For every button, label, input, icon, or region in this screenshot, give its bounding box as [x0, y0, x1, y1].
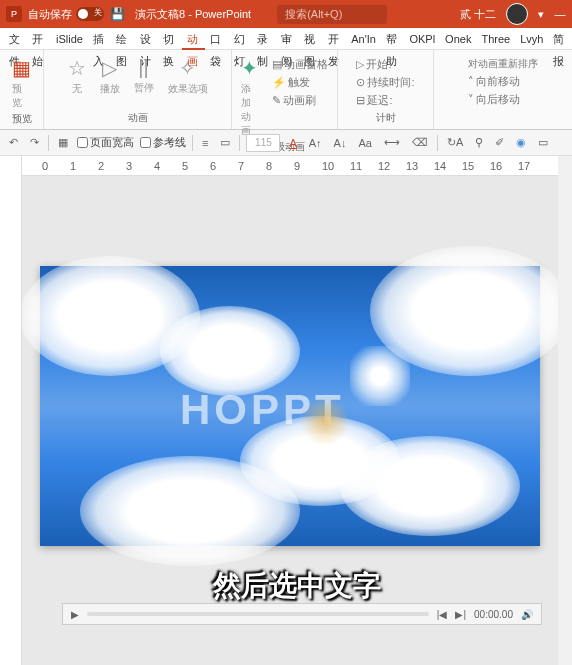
play-button[interactable]: ▶	[71, 609, 79, 620]
clock-icon: ⊙	[356, 76, 365, 89]
tab-审阅[interactable]: 审阅	[276, 28, 299, 50]
trigger-button[interactable]: ⚡触发	[270, 74, 312, 91]
document-name: 演示文稿8 - PowerPoint	[135, 7, 251, 22]
editor-area: 缩略图 01234567891011121314151617 HOPPT ▶ |…	[0, 156, 572, 665]
color-wheel-icon[interactable]: ◉	[513, 136, 529, 149]
replace-icon[interactable]: ↻A	[444, 136, 466, 149]
spacing-icon[interactable]: ⟷	[381, 136, 403, 149]
tab-开始[interactable]: 开始	[27, 28, 50, 50]
tab-帮助[interactable]: 帮助	[381, 28, 404, 50]
app-icon: P	[6, 6, 22, 22]
slide-canvas[interactable]: HOPPT ▶ |◀ ▶| 00:00.00 🔊 然后选中文字	[22, 176, 572, 665]
font-color-icon[interactable]: A	[286, 137, 299, 149]
tab-iSlide[interactable]: iSlide	[51, 28, 88, 50]
brush-icon: ✎	[272, 94, 281, 107]
pause-icon: ||	[138, 56, 148, 79]
reorder-label: 对动画重新排序	[466, 56, 540, 72]
horizontal-ruler: 01234567891011121314151617	[22, 156, 572, 176]
tab-简报[interactable]: 简报	[548, 28, 571, 50]
tab-绘图[interactable]: 绘图	[111, 28, 134, 50]
down-icon: ˅	[468, 93, 474, 106]
guides-checkbox[interactable]: 参考线	[140, 135, 186, 150]
effect-options[interactable]: ✧效果选项	[162, 54, 214, 98]
duration-timing[interactable]: ⊙持续时间:	[354, 74, 416, 91]
media-track[interactable]	[87, 612, 429, 616]
prev-button[interactable]: |◀	[437, 609, 448, 620]
tab-文件[interactable]: 文件	[4, 28, 27, 50]
tab-开发[interactable]: 开发	[323, 28, 346, 50]
font-smaller-icon[interactable]: A↓	[331, 137, 350, 149]
move-backward-button[interactable]: ˅向后移动	[466, 91, 522, 108]
settings-icon[interactable]: ▭	[535, 136, 551, 149]
animation-pane-button[interactable]: ▤动画窗格	[270, 56, 330, 73]
pane-icon: ▤	[272, 58, 282, 71]
slide[interactable]: HOPPT	[40, 266, 540, 546]
group-label: 预览	[12, 112, 32, 126]
sun-graphic	[350, 346, 410, 406]
case-icon[interactable]: Aa	[355, 137, 374, 149]
preview-button[interactable]: ▦ 预览	[6, 54, 37, 112]
titlebar: P 自动保存 💾 演示文稿8 - PowerPoint 搜索(Alt+Q) 贰 …	[0, 0, 572, 28]
star-icon: ☆	[68, 56, 86, 80]
align-icon[interactable]: ≡	[199, 137, 211, 149]
trigger-icon: ⚡	[272, 76, 286, 89]
anim-pause[interactable]: ||暂停	[128, 54, 160, 98]
tab-口袋[interactable]: 口袋	[205, 28, 228, 50]
vertical-scrollbar[interactable]	[558, 156, 572, 665]
up-icon: ˄	[468, 75, 474, 88]
ribbon-tabs: 文件开始iSlide插入绘图设计切换动画口袋幻灯录制审阅视图开发An'In帮助O…	[0, 28, 572, 50]
media-playbar: ▶ |◀ ▶| 00:00.00 🔊	[62, 603, 542, 625]
toggle-switch[interactable]	[76, 7, 104, 21]
add-anim-icon: ✦	[241, 56, 258, 80]
play-icon: ▷	[102, 56, 117, 80]
add-animation[interactable]: ✦添加动画	[235, 54, 264, 140]
username: 贰 十二	[460, 7, 496, 22]
search-input[interactable]: 搜索(Alt+Q)	[277, 5, 387, 24]
tab-OKPl[interactable]: OKPl	[404, 28, 440, 50]
tab-An'In[interactable]: An'In	[346, 28, 381, 50]
undo-icon[interactable]: ↶	[6, 136, 21, 149]
effect-icon: ✧	[179, 56, 196, 80]
font-size-input[interactable]	[246, 134, 280, 152]
avatar[interactable]	[506, 3, 528, 25]
layers-icon[interactable]: ▭	[217, 136, 233, 149]
preview-icon: ▦	[12, 56, 31, 80]
ribbon: ▦ 预览 预览 ☆无 ▷播放 ||暂停 ✧效果选项 动画 ✦添加动画 ▤动画窗格…	[0, 50, 572, 130]
tab-幻灯[interactable]: 幻灯	[229, 28, 252, 50]
tab-插入[interactable]: 插入	[88, 28, 111, 50]
play-small-icon: ▷	[356, 58, 364, 71]
minimize-icon[interactable]: —	[554, 8, 566, 20]
page-width-checkbox[interactable]: 页面宽高	[77, 135, 134, 150]
anim-none[interactable]: ☆无	[62, 54, 92, 98]
autosave-toggle[interactable]: 自动保存	[28, 7, 104, 22]
redo-icon[interactable]: ↷	[27, 136, 42, 149]
anim-play[interactable]: ▷播放	[94, 54, 126, 98]
next-button[interactable]: ▶|	[455, 609, 466, 620]
animation-brush-button[interactable]: ✎动画刷	[270, 92, 318, 109]
link-icon[interactable]: ⚲	[472, 136, 486, 149]
tab-Three[interactable]: Three	[476, 28, 515, 50]
tab-录制[interactable]: 录制	[252, 28, 275, 50]
tab-设计[interactable]: 设计	[135, 28, 158, 50]
tab-视图[interactable]: 视图	[299, 28, 322, 50]
font-bigger-icon[interactable]: A↑	[306, 137, 325, 149]
delay-timing[interactable]: ⊟延迟:	[354, 92, 394, 109]
tab-Lvyh[interactable]: Lvyh	[515, 28, 548, 50]
tab-动画[interactable]: 动画	[182, 28, 205, 50]
volume-icon[interactable]: 🔊	[521, 609, 533, 620]
autosave-label: 自动保存	[28, 7, 72, 22]
media-time: 00:00.00	[474, 609, 513, 620]
video-caption: 然后选中文字	[213, 567, 381, 605]
vertical-ruler	[0, 156, 22, 665]
clear-format-icon[interactable]: ⌫	[409, 136, 431, 149]
ribbon-options-icon[interactable]: ▾	[538, 8, 544, 21]
grid-icon[interactable]: ▦	[55, 136, 71, 149]
group-label: 计时	[376, 111, 396, 125]
move-forward-button[interactable]: ˄向前移动	[466, 73, 522, 90]
start-timing[interactable]: ▷开始:	[354, 56, 393, 73]
save-icon[interactable]: 💾	[110, 7, 125, 21]
cursor-highlight	[300, 396, 350, 446]
tab-Onek[interactable]: Onek	[440, 28, 476, 50]
eyedropper-icon[interactable]: ✐	[492, 136, 507, 149]
tab-切换[interactable]: 切换	[158, 28, 181, 50]
